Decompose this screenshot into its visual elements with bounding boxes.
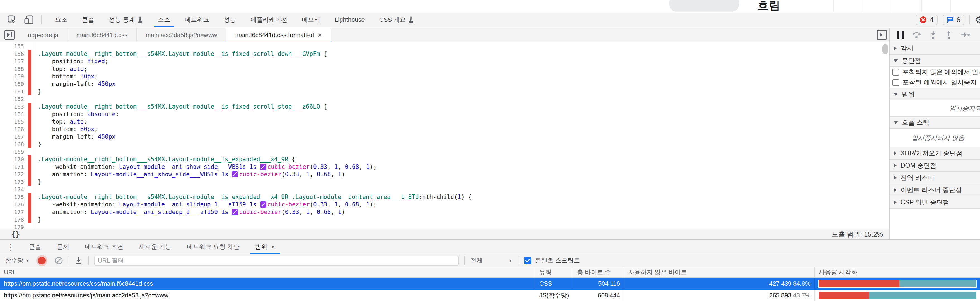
- line-number[interactable]: 156: [0, 51, 26, 57]
- coverage-table-header[interactable]: URL유형총 바이트 수사용하지 않은 바이트사용량 시각화: [0, 267, 980, 278]
- drawer-tab-콘솔[interactable]: 콘솔: [21, 239, 49, 254]
- line-number[interactable]: 161: [0, 88, 26, 95]
- line-number[interactable]: 171: [0, 163, 26, 170]
- line-number[interactable]: 169: [0, 148, 26, 155]
- checkbox-unchecked-icon[interactable]: [892, 69, 899, 76]
- line-number[interactable]: 167: [0, 133, 26, 140]
- sidebar-section-CSP 위반 중단점[interactable]: CSP 위반 중단점: [889, 196, 980, 209]
- devtools-window: 흐림 요소콘솔성능 통계소스네트워크성능애플리케이션메모리LighthouseC…: [0, 0, 980, 308]
- drawer-tab-범위[interactable]: 범위×: [247, 239, 283, 254]
- record-coverage-button[interactable]: [38, 257, 46, 265]
- clear-coverage-icon[interactable]: [55, 256, 63, 265]
- code-text: .Layout-module__right_bottom___s54MX.Lay…: [31, 51, 327, 57]
- line-number[interactable]: 177: [0, 209, 26, 215]
- url-filter-input[interactable]: [94, 255, 459, 266]
- sidebar-section-DOM 중단점[interactable]: DOM 중단점: [889, 160, 980, 172]
- line-number[interactable]: 165: [0, 118, 26, 125]
- tab-네트워크[interactable]: 네트워크: [177, 13, 216, 27]
- line-number[interactable]: 172: [0, 171, 26, 178]
- step-out-icon[interactable]: [945, 30, 953, 39]
- tab-요소[interactable]: 요소: [48, 13, 75, 27]
- tab-성능[interactable]: 성능: [216, 13, 243, 27]
- column-header-URL[interactable]: URL: [0, 267, 535, 277]
- line-number[interactable]: 164: [0, 111, 26, 118]
- debugger-sidebar-toggle-icon[interactable]: [877, 30, 887, 40]
- error-count-badge[interactable]: 4: [916, 14, 937, 25]
- tab-CSS 개요[interactable]: CSS 개요: [372, 13, 422, 27]
- line-number[interactable]: 157: [0, 58, 26, 65]
- close-icon[interactable]: ×: [318, 31, 322, 39]
- sidebar-section-전역 리스너[interactable]: 전역 리스너: [889, 172, 980, 184]
- code-editor[interactable]: 155156.Layout-module__right_bottom___s54…: [0, 42, 889, 229]
- line-number[interactable]: 176: [0, 201, 26, 208]
- line-number[interactable]: 159: [0, 73, 26, 80]
- tab-애플리케이션[interactable]: 애플리케이션: [243, 13, 294, 27]
- file-tab[interactable]: ndp-core.js: [19, 28, 67, 42]
- settings-gear-icon[interactable]: ⚙: [975, 14, 980, 26]
- step-icon[interactable]: [961, 31, 970, 39]
- inspect-element-icon[interactable]: [7, 15, 17, 24]
- close-icon[interactable]: ×: [271, 243, 275, 251]
- code-text: -webkit-animation: Layout-module__ani_sh…: [31, 163, 377, 170]
- breakpoint-checkbox-row[interactable]: 포착된 예외에서 일시중지: [889, 77, 980, 88]
- navigator-toggle-icon[interactable]: [5, 30, 14, 40]
- line-number[interactable]: 163: [0, 103, 26, 110]
- file-tab[interactable]: main.f6c8441d.css: [67, 28, 137, 42]
- bezier-curve-icon[interactable]: [232, 171, 238, 177]
- drawer-tab-문제[interactable]: 문제: [49, 239, 77, 254]
- sidebar-section-XHR/가져오기 중단점[interactable]: XHR/가져오기 중단점: [889, 147, 980, 160]
- line-number[interactable]: 175: [0, 194, 26, 200]
- device-toolbar-icon[interactable]: [24, 15, 34, 24]
- bezier-curve-icon[interactable]: [260, 164, 266, 170]
- code-line: 174: [0, 185, 889, 193]
- drawer-tab-네트워크 요청 차단[interactable]: 네트워크 요청 차단: [179, 239, 247, 254]
- step-over-icon[interactable]: [912, 30, 921, 39]
- column-header-사용하지 않은 바이트[interactable]: 사용하지 않은 바이트: [624, 267, 815, 277]
- column-header-사용량 시각화[interactable]: 사용량 시각화: [815, 267, 980, 277]
- sidebar-section-범위[interactable]: 범위: [889, 88, 980, 101]
- column-header-총 바이트 수[interactable]: 총 바이트 수: [573, 267, 624, 277]
- step-into-icon[interactable]: [929, 30, 937, 39]
- checkbox-unchecked-icon[interactable]: [892, 79, 899, 86]
- line-number[interactable]: 166: [0, 126, 26, 132]
- coverage-type-select[interactable]: 전체▼: [471, 256, 512, 265]
- pretty-print-icon[interactable]: {}: [11, 230, 20, 239]
- line-number[interactable]: 170: [0, 156, 26, 163]
- drawer-menu-kebab-icon[interactable]: ⋮: [0, 242, 21, 252]
- tab-메모리[interactable]: 메모리: [294, 13, 328, 27]
- line-number[interactable]: 162: [0, 96, 26, 102]
- drawer-tab-네트워크 조건[interactable]: 네트워크 조건: [77, 239, 131, 254]
- tab-소스[interactable]: 소스: [151, 13, 177, 27]
- editor-scrollbar-thumb[interactable]: [882, 44, 888, 54]
- table-row[interactable]: https://pm.pstatic.net/resources/css/mai…: [0, 278, 980, 290]
- bezier-curve-icon[interactable]: [232, 209, 238, 215]
- breakpoint-checkbox-row[interactable]: 포착되지 않은 예외에서 일시중지: [889, 67, 980, 77]
- sidebar-section-감시[interactable]: 감시: [889, 42, 980, 55]
- coverage-unused-mark: [28, 215, 31, 223]
- message-count-badge[interactable]: 6: [943, 14, 964, 25]
- tab-성능 통계[interactable]: 성능 통계: [102, 13, 151, 27]
- line-number[interactable]: 160: [0, 81, 26, 87]
- export-coverage-icon[interactable]: [75, 256, 83, 265]
- column-header-유형[interactable]: 유형: [535, 267, 573, 277]
- line-number[interactable]: 155: [0, 43, 26, 49]
- tab-콘솔[interactable]: 콘솔: [75, 13, 102, 27]
- coverage-mode-select[interactable]: 함수당▼: [5, 256, 30, 265]
- bezier-curve-icon[interactable]: [260, 201, 266, 207]
- line-number[interactable]: 174: [0, 186, 26, 193]
- line-number[interactable]: 178: [0, 216, 26, 223]
- sidebar-section-이벤트 리스너 중단점[interactable]: 이벤트 리스너 중단점: [889, 184, 980, 196]
- drawer-tab-새로운 기능[interactable]: 새로운 기능: [131, 239, 179, 254]
- file-tab[interactable]: main.f6c8441d.css:formatted×: [226, 28, 331, 42]
- sidebar-section-중단점[interactable]: 중단점: [889, 55, 980, 67]
- line-number[interactable]: 168: [0, 141, 26, 148]
- table-row[interactable]: https://pm.pstatic.net/resources/js/main…: [0, 290, 980, 301]
- line-number[interactable]: 173: [0, 179, 26, 185]
- line-number[interactable]: 158: [0, 65, 26, 72]
- tab-Lighthouse[interactable]: Lighthouse: [328, 13, 372, 27]
- line-number[interactable]: 179: [0, 224, 26, 229]
- pause-script-icon[interactable]: [897, 31, 904, 38]
- content-scripts-checkbox[interactable]: 콘텐츠 스크립트: [524, 256, 580, 265]
- file-tab[interactable]: main.acc2da58.js?o=www: [137, 28, 226, 42]
- sidebar-section-호출 스택[interactable]: 호출 스택: [889, 116, 980, 129]
